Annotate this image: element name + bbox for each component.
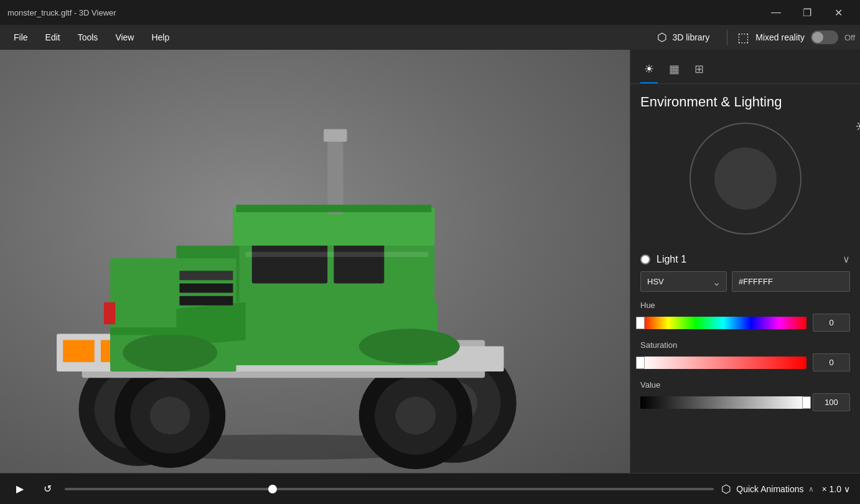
svg-rect-27 [327, 133, 343, 215]
direction-wheel-container: ☀ [640, 123, 850, 235]
tab-grid[interactable]: ⊞ [691, 57, 708, 83]
value-slider-row [640, 393, 850, 411]
app-title: monster_truck.gltf - 3D Viewer [7, 8, 116, 17]
speed-chevron[interactable]: ∨ [844, 484, 850, 494]
svg-rect-25 [182, 309, 239, 340]
window-controls: — ❐ ✕ [762, 2, 853, 22]
quick-animations-button[interactable]: ⬡ Quick Animations ∧ [721, 482, 814, 496]
svg-rect-28 [324, 129, 347, 141]
bottom-bar: ▶ ↺ ⬡ Quick Animations ∧ × 1.0 ∨ [0, 473, 860, 504]
sun-tab-icon: ☀ [644, 62, 654, 76]
menu-tools[interactable]: Tools [69, 27, 107, 47]
svg-point-34 [123, 334, 217, 371]
light-1-label: Light 1 [657, 254, 686, 265]
direction-wheel[interactable] [689, 123, 802, 235]
value-slider-thumb [802, 396, 811, 409]
svg-point-12 [150, 397, 190, 435]
cube-icon: ⬡ [657, 30, 667, 44]
panel-content: Environment & Lighting ☀ Light 1 ∨ [630, 84, 860, 473]
saturation-slider-track[interactable] [640, 357, 806, 369]
svg-rect-29 [236, 205, 432, 212]
menu-divider [727, 30, 727, 45]
hsv-row: HSV RGB HEX [640, 271, 850, 292]
quick-animations-chevron: ∧ [808, 485, 814, 493]
mixed-reality-toggle[interactable] [811, 30, 838, 44]
toggle-knob [812, 32, 823, 43]
minimize-button[interactable]: — [762, 2, 790, 22]
tab-lighting[interactable]: ☀ [640, 57, 658, 83]
stats-tab-icon: ▦ [669, 62, 680, 76]
close-button[interactable]: ✕ [824, 2, 853, 22]
svg-rect-30 [104, 302, 115, 324]
svg-point-9 [396, 397, 436, 435]
menu-items: File Edit Tools View Help [5, 27, 178, 47]
library-button[interactable]: ⬡ 3D library [650, 27, 717, 48]
light-color-dot [640, 254, 650, 264]
value-value-input[interactable] [813, 393, 850, 411]
value-label: Value [640, 380, 850, 390]
speed-control: × 1.0 ∨ [821, 484, 850, 494]
saturation-slider-thumb [636, 357, 645, 369]
timeline-thumb [268, 485, 277, 493]
hex-color-input[interactable] [732, 271, 850, 292]
light-header-left: Light 1 [640, 254, 686, 265]
menu-view[interactable]: View [106, 27, 143, 47]
sun-position-icon: ☀ [855, 119, 860, 135]
saturation-value-input[interactable] [813, 353, 850, 371]
saturation-slider-group: Saturation [640, 340, 850, 371]
right-panel: ☀ ▦ ⊞ Environment & Lighting ☀ [630, 50, 860, 473]
svg-rect-31 [179, 296, 233, 306]
svg-rect-16 [63, 340, 95, 362]
tab-stats[interactable]: ▦ [665, 57, 683, 83]
light-1-header[interactable]: Light 1 ∨ [640, 247, 850, 271]
light-1-chevron: ∨ [843, 253, 850, 265]
hue-label: Hue [640, 301, 850, 310]
hue-value-input[interactable] [813, 314, 850, 332]
color-mode-wrapper[interactable]: HSV RGB HEX [640, 271, 727, 292]
menu-bar: File Edit Tools View Help ⬡ 3D library ⬚… [0, 25, 860, 50]
svg-rect-36 [110, 327, 236, 335]
menu-help[interactable]: Help [143, 27, 178, 47]
svg-rect-32 [179, 283, 233, 292]
panel-tabs: ☀ ▦ ⊞ [630, 50, 860, 84]
quick-animations-icon: ⬡ [721, 482, 731, 496]
viewport[interactable] [0, 50, 630, 473]
svg-rect-37 [246, 252, 428, 257]
monster-truck-model [0, 50, 630, 473]
menu-right: ⬡ 3D library ⬚ Mixed reality Off [650, 27, 855, 48]
speed-multiplier: × 1.0 [821, 484, 841, 494]
quick-animations-label: Quick Animations [736, 484, 803, 494]
hue-slider-track[interactable] [640, 317, 806, 329]
menu-edit[interactable]: Edit [37, 27, 69, 47]
hue-slider-thumb [636, 317, 645, 329]
mixed-reality-label: Mixed reality [755, 32, 805, 42]
play-button[interactable]: ▶ [10, 479, 30, 499]
value-slider-group: Value [640, 380, 850, 411]
library-label: 3D library [672, 32, 709, 42]
timeline-track[interactable] [65, 488, 714, 490]
mixed-reality-control: ⬚ Mixed reality Off [737, 30, 855, 45]
saturation-slider-row [640, 353, 850, 371]
mixed-reality-icon: ⬚ [737, 30, 749, 45]
light-1-section: Light 1 ∨ HSV RGB HEX [640, 247, 850, 411]
saturation-label: Saturation [640, 340, 850, 350]
svg-rect-33 [179, 271, 233, 280]
mixed-reality-state: Off [844, 33, 855, 42]
title-bar: monster_truck.gltf - 3D Viewer — ❐ ✕ [0, 0, 860, 25]
replay-button[interactable]: ↺ [37, 479, 57, 499]
panel-title: Environment & Lighting [640, 94, 850, 110]
menu-file[interactable]: File [5, 27, 37, 47]
main-content: ☀ ▦ ⊞ Environment & Lighting ☀ [0, 50, 860, 473]
value-slider-track[interactable] [640, 396, 806, 409]
hue-slider-row [640, 314, 850, 332]
restore-button[interactable]: ❐ [793, 2, 821, 22]
hue-slider-group: Hue [640, 301, 850, 332]
color-mode-select[interactable]: HSV RGB HEX [640, 271, 727, 292]
svg-point-35 [359, 329, 460, 364]
grid-tab-icon: ⊞ [694, 62, 704, 76]
